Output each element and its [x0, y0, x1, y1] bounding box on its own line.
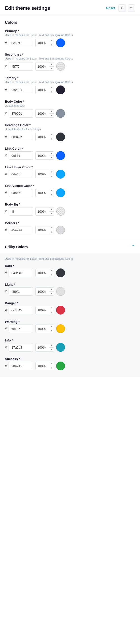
opacity-input-0[interactable]	[36, 39, 49, 47]
spinner-down-5[interactable]: ▼	[49, 156, 54, 160]
spinner-down-4[interactable]: ▼	[49, 137, 54, 141]
color-swatch-5[interactable]	[56, 151, 65, 160]
opacity-input-6[interactable]	[36, 170, 49, 178]
spinner-btns-9: ▲▼	[49, 226, 54, 234]
opacity-input-5[interactable]	[36, 152, 49, 160]
spinner-down-7[interactable]: ▼	[49, 193, 54, 197]
color-input-row-3: #▲▼	[5, 109, 135, 118]
spinner-up-8[interactable]: ▲	[49, 207, 54, 212]
hex-input-1[interactable]	[9, 62, 33, 70]
spinner-up-3[interactable]: ▲	[49, 109, 54, 114]
color-swatch-u5[interactable]	[56, 362, 65, 370]
color-input-row-7: #▲▼	[5, 188, 135, 197]
spinner-up-u5[interactable]: ▲	[49, 362, 54, 366]
redo-button[interactable]: ↷	[128, 4, 135, 12]
hex-input-u0[interactable]	[9, 269, 33, 277]
color-swatch-u4[interactable]	[56, 343, 65, 352]
color-field-0: Primary *Used in modules for Button, Tex…	[5, 29, 135, 47]
color-input-row-u3: #▲▼	[5, 324, 135, 333]
spinner-down-2[interactable]: ▼	[49, 90, 54, 94]
color-swatch-0[interactable]	[56, 38, 65, 47]
header-actions: Reset ↶ ↷	[104, 4, 135, 12]
spinner-down-u1[interactable]: ▼	[49, 292, 54, 296]
opacity-input-9[interactable]	[36, 226, 49, 234]
hex-input-0[interactable]	[9, 39, 33, 47]
spinner-btns-4: ▲▼	[49, 133, 54, 141]
spinner-up-2[interactable]: ▲	[49, 86, 54, 90]
opacity-input-u2[interactable]	[36, 306, 49, 314]
opacity-input-3[interactable]	[36, 109, 49, 118]
hex-input-3[interactable]	[9, 109, 33, 118]
spinner-up-4[interactable]: ▲	[49, 133, 54, 137]
utility-section-header[interactable]: Utility Colors ⌃	[0, 240, 140, 253]
color-swatch-9[interactable]	[56, 226, 65, 234]
hash-label-6: #	[5, 172, 7, 176]
color-swatch-2[interactable]	[56, 86, 65, 94]
spinner-down-u2[interactable]: ▼	[49, 310, 54, 314]
spinner-down-0[interactable]: ▼	[49, 43, 54, 47]
spinner-up-u2[interactable]: ▲	[49, 306, 54, 310]
hex-input-6[interactable]	[9, 170, 33, 178]
hex-input-u2[interactable]	[9, 306, 33, 314]
spinner-up-u0[interactable]: ▲	[49, 269, 54, 273]
hex-input-u4[interactable]	[9, 343, 33, 352]
spinner-down-8[interactable]: ▼	[49, 212, 54, 216]
spinner-up-7[interactable]: ▲	[49, 188, 54, 193]
color-swatch-u2[interactable]	[56, 306, 65, 314]
spinner-down-6[interactable]: ▼	[49, 174, 54, 178]
reset-button[interactable]: Reset	[104, 5, 116, 11]
spinner-down-3[interactable]: ▼	[49, 114, 54, 118]
color-swatch-u1[interactable]	[56, 287, 65, 296]
hex-input-u3[interactable]	[9, 324, 33, 333]
utility-fields-container: Dark *#▲▼Light *#▲▼Danger *#▲▼Warning *#…	[5, 264, 135, 370]
opacity-input-1[interactable]	[36, 62, 49, 70]
spinner-down-u3[interactable]: ▼	[49, 329, 54, 333]
color-swatch-6[interactable]	[56, 170, 65, 178]
hex-input-8[interactable]	[9, 207, 33, 216]
color-field-label-2: Tertiary *	[5, 76, 135, 80]
spinner-up-6[interactable]: ▲	[49, 170, 54, 174]
color-field-4: Headings Color *Default font color for h…	[5, 123, 135, 141]
color-swatch-8[interactable]	[56, 207, 65, 216]
color-swatch-u3[interactable]	[56, 324, 65, 333]
opacity-input-8[interactable]	[36, 207, 49, 216]
spinner-down-1[interactable]: ▼	[49, 67, 54, 71]
undo-button[interactable]: ↶	[118, 4, 126, 12]
color-field-desc-1: Used in modules for Button, Text and Bac…	[5, 57, 135, 60]
color-field-label-6: Link Hover Color *	[5, 165, 135, 169]
hex-input-u1[interactable]	[9, 287, 33, 296]
hex-input-7[interactable]	[9, 188, 33, 197]
opacity-input-u4[interactable]	[36, 343, 49, 352]
opacity-input-u1[interactable]	[36, 287, 49, 296]
color-swatch-u0[interactable]	[56, 268, 65, 277]
opacity-input-2[interactable]	[36, 86, 49, 94]
hex-input-4[interactable]	[9, 133, 33, 141]
opacity-input-4[interactable]	[36, 133, 49, 141]
color-swatch-7[interactable]	[56, 188, 65, 197]
hex-input-u5[interactable]	[9, 362, 33, 370]
spinner-up-u3[interactable]: ▲	[49, 324, 54, 329]
spinner-up-u1[interactable]: ▲	[49, 287, 54, 292]
spinner-down-u0[interactable]: ▼	[49, 273, 54, 277]
opacity-input-u0[interactable]	[36, 269, 49, 277]
hex-input-2[interactable]	[9, 86, 33, 94]
spinner-down-9[interactable]: ▼	[49, 230, 54, 234]
spinner-up-9[interactable]: ▲	[49, 226, 54, 230]
spinner-down-u5[interactable]: ▼	[49, 366, 54, 370]
spinner-up-0[interactable]: ▲	[49, 39, 54, 43]
opacity-input-u3[interactable]	[36, 324, 49, 333]
hex-input-9[interactable]	[9, 226, 33, 234]
spinner-down-u4[interactable]: ▼	[49, 348, 54, 352]
hex-input-5[interactable]	[9, 152, 33, 160]
color-swatch-1[interactable]	[56, 62, 65, 71]
color-swatch-4[interactable]	[56, 132, 65, 141]
opacity-input-7[interactable]	[36, 188, 49, 197]
opacity-wrap-4: ▲▼	[35, 133, 54, 141]
spinner-up-1[interactable]: ▲	[49, 62, 54, 67]
opacity-input-u5[interactable]	[36, 362, 49, 370]
color-field-label-7: Link Visited Color *	[5, 184, 135, 188]
spinner-up-u4[interactable]: ▲	[49, 343, 54, 348]
spinner-up-5[interactable]: ▲	[49, 152, 54, 156]
color-field-label-u3: Warning *	[5, 320, 135, 324]
color-swatch-3[interactable]	[56, 109, 65, 118]
